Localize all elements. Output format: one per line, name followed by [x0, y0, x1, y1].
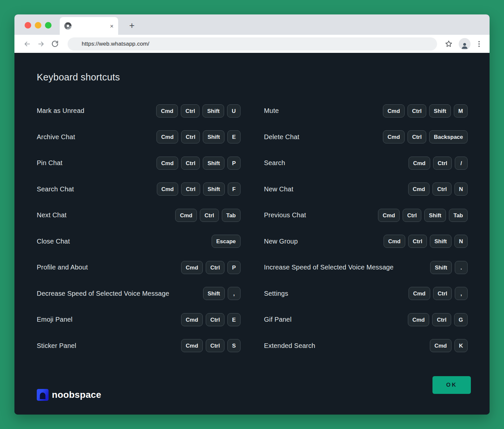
- key-badge: Ctrl: [408, 235, 427, 248]
- shortcut-row: Search ChatCmdCtrlShiftF: [37, 176, 241, 203]
- shortcut-row: Decrease Speed of Selected Voice Message…: [37, 281, 241, 307]
- key-badge: ,: [455, 287, 468, 300]
- key-badge: Backspace: [429, 130, 468, 143]
- forward-arrow-icon[interactable]: [35, 38, 47, 50]
- shortcut-row: Increase Speed of Selected Voice Message…: [264, 254, 468, 281]
- key-badge: F: [228, 182, 241, 196]
- key-badge: Cmd: [383, 104, 405, 118]
- key-badge: Cmd: [378, 209, 400, 222]
- key-badge: Shift: [430, 235, 452, 248]
- shortcut-label: Settings: [264, 290, 288, 297]
- shortcut-label: Decrease Speed of Selected Voice Message: [37, 290, 169, 297]
- shortcut-label: Mark as Unread: [37, 107, 84, 115]
- zoom-window-button[interactable]: [45, 22, 52, 29]
- shortcut-label: Search: [264, 159, 285, 167]
- shortcut-row: SettingsCmdCtrl,: [264, 281, 468, 307]
- shortcut-keys: CmdCtrl/: [409, 157, 468, 170]
- key-badge: Cmd: [181, 313, 203, 326]
- shortcut-keys: CmdCtrlG: [408, 313, 468, 326]
- key-badge: Cmd: [156, 104, 178, 118]
- shortcut-label: New Chat: [264, 185, 293, 193]
- shortcut-column: MuteCmdCtrlShiftMDelete ChatCmdCtrlBacks…: [264, 98, 468, 359]
- key-badge: Cmd: [181, 261, 203, 274]
- key-badge: P: [227, 157, 240, 170]
- brand-name: noobspace: [52, 390, 101, 400]
- key-badge: E: [227, 130, 240, 143]
- key-badge: Tab: [449, 209, 468, 222]
- shortcut-row: Archive ChatCmdCtrlShiftE: [37, 124, 241, 150]
- shortcut-keys: CmdK: [430, 339, 468, 352]
- key-badge: N: [454, 235, 468, 248]
- key-badge: Ctrl: [200, 209, 219, 222]
- key-badge: Ctrl: [433, 157, 452, 170]
- back-arrow-icon[interactable]: [22, 38, 33, 50]
- shortcut-row: Pin ChatCmdCtrlShiftP: [37, 150, 241, 176]
- key-badge: Cmd: [409, 287, 430, 300]
- key-badge: Tab: [222, 209, 241, 222]
- key-badge: Ctrl: [181, 130, 200, 143]
- minimize-window-button[interactable]: [35, 22, 41, 29]
- noobspace-logo-icon: [37, 389, 49, 401]
- key-badge: Cmd: [408, 182, 430, 196]
- key-badge: Cmd: [384, 235, 405, 248]
- key-badge: .: [455, 261, 468, 274]
- key-badge: Cmd: [181, 339, 203, 352]
- profile-avatar-icon[interactable]: [459, 38, 471, 50]
- browser-toolbar: https://web.whatsapp.com/: [14, 35, 490, 53]
- key-badge: Ctrl: [408, 130, 426, 143]
- key-badge: ,: [228, 287, 241, 300]
- key-badge: Ctrl: [432, 182, 451, 196]
- key-badge: Escape: [212, 235, 241, 248]
- shortcut-row: Previous ChatCmdCtrlShiftTab: [264, 202, 468, 228]
- bookmark-star-icon[interactable]: [443, 38, 454, 50]
- key-badge: Ctrl: [206, 339, 224, 352]
- shortcut-label: New Group: [264, 238, 298, 245]
- shortcut-keys: CmdCtrlShiftF: [157, 182, 241, 196]
- close-tab-icon[interactable]: ×: [110, 23, 114, 29]
- key-badge: Shift: [203, 157, 224, 170]
- shortcut-keys: CmdCtrlShiftP: [157, 157, 240, 170]
- shortcut-label: Increase Speed of Selected Voice Message: [264, 264, 394, 271]
- shortcut-keys: CmdCtrlShiftE: [157, 130, 240, 143]
- key-badge: Ctrl: [181, 104, 200, 118]
- keyboard-shortcuts-dialog: Keyboard shortcuts Mark as UnreadCmdCtrl…: [14, 53, 490, 415]
- key-badge: Cmd: [157, 157, 178, 170]
- close-window-button[interactable]: [25, 22, 31, 29]
- chrome-favicon-icon: [64, 22, 72, 30]
- shortcut-row: MuteCmdCtrlShiftM: [264, 98, 468, 124]
- shortcut-keys: CmdCtrlBackspace: [383, 130, 468, 143]
- address-bar[interactable]: https://web.whatsapp.com/: [68, 37, 437, 51]
- key-badge: Shift: [203, 130, 224, 143]
- tab-strip: × +: [14, 14, 490, 35]
- shortcut-label: Delete Chat: [264, 133, 300, 141]
- key-badge: Shift: [429, 104, 451, 118]
- new-tab-button[interactable]: +: [125, 19, 138, 32]
- key-badge: Shift: [203, 182, 225, 196]
- browser-menu-icon[interactable]: [475, 40, 483, 48]
- key-badge: K: [454, 339, 468, 352]
- shortcut-keys: CmdCtrlTab: [175, 209, 240, 222]
- key-badge: Shift: [202, 104, 224, 118]
- ok-button[interactable]: OK: [432, 376, 471, 394]
- key-badge: Ctrl: [432, 313, 451, 326]
- shortcut-keys: Escape: [212, 235, 241, 248]
- shortcut-row: New ChatCmdCtrlN: [264, 176, 468, 203]
- reload-icon[interactable]: [49, 38, 60, 50]
- key-badge: Ctrl: [206, 261, 224, 274]
- key-badge: Ctrl: [181, 182, 200, 196]
- key-badge: Cmd: [157, 130, 178, 143]
- key-badge: Cmd: [430, 339, 452, 352]
- key-badge: P: [227, 261, 240, 274]
- browser-tab[interactable]: ×: [60, 17, 118, 35]
- key-badge: U: [227, 104, 240, 118]
- key-badge: N: [454, 182, 468, 196]
- shortcut-label: Mute: [264, 107, 279, 115]
- dialog-footer: noobspace OK: [37, 376, 471, 415]
- key-badge: Ctrl: [433, 287, 452, 300]
- shortcut-label: Close Chat: [37, 238, 70, 245]
- shortcut-keys: CmdCtrlShiftU: [156, 104, 240, 118]
- shortcut-keys: CmdCtrl,: [409, 287, 468, 300]
- shortcut-label: Search Chat: [37, 185, 74, 193]
- key-badge: Ctrl: [403, 209, 421, 222]
- shortcuts-grid: Mark as UnreadCmdCtrlShiftUArchive ChatC…: [37, 98, 471, 359]
